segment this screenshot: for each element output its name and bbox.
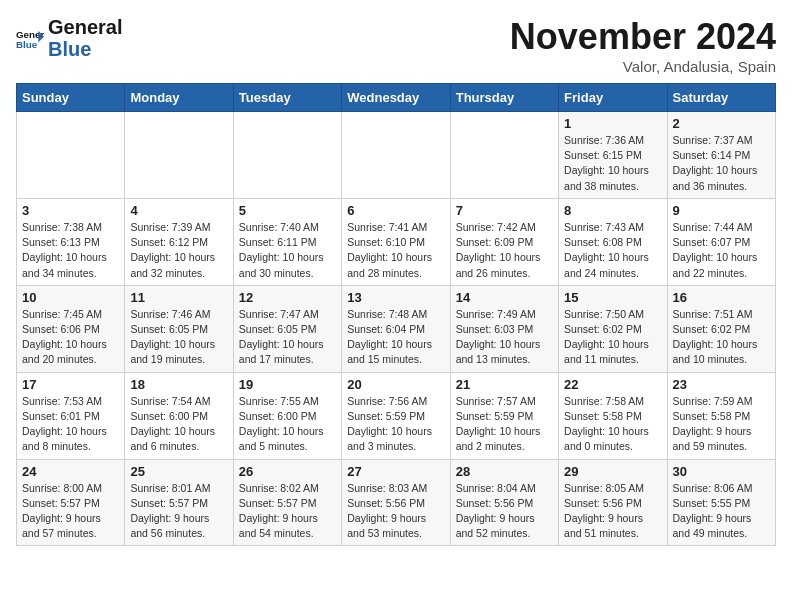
day-number: 18	[130, 377, 227, 392]
calendar-cell: 13Sunrise: 7:48 AM Sunset: 6:04 PM Dayli…	[342, 285, 450, 372]
week-row-5: 24Sunrise: 8:00 AM Sunset: 5:57 PM Dayli…	[17, 459, 776, 546]
calendar-cell: 5Sunrise: 7:40 AM Sunset: 6:11 PM Daylig…	[233, 198, 341, 285]
calendar-cell: 27Sunrise: 8:03 AM Sunset: 5:56 PM Dayli…	[342, 459, 450, 546]
day-number: 9	[673, 203, 770, 218]
calendar-cell: 17Sunrise: 7:53 AM Sunset: 6:01 PM Dayli…	[17, 372, 125, 459]
day-number: 12	[239, 290, 336, 305]
day-number: 7	[456, 203, 553, 218]
month-title: November 2024	[510, 16, 776, 58]
calendar-cell: 28Sunrise: 8:04 AM Sunset: 5:56 PM Dayli…	[450, 459, 558, 546]
day-number: 11	[130, 290, 227, 305]
calendar-cell: 25Sunrise: 8:01 AM Sunset: 5:57 PM Dayli…	[125, 459, 233, 546]
col-header-monday: Monday	[125, 84, 233, 112]
calendar-cell: 14Sunrise: 7:49 AM Sunset: 6:03 PM Dayli…	[450, 285, 558, 372]
col-header-wednesday: Wednesday	[342, 84, 450, 112]
day-info: Sunrise: 7:49 AM Sunset: 6:03 PM Dayligh…	[456, 307, 553, 368]
calendar-cell: 26Sunrise: 8:02 AM Sunset: 5:57 PM Dayli…	[233, 459, 341, 546]
day-number: 24	[22, 464, 119, 479]
calendar-cell	[17, 112, 125, 199]
day-info: Sunrise: 7:57 AM Sunset: 5:59 PM Dayligh…	[456, 394, 553, 455]
calendar-cell: 18Sunrise: 7:54 AM Sunset: 6:00 PM Dayli…	[125, 372, 233, 459]
title-block: November 2024 Valor, Andalusia, Spain	[510, 16, 776, 75]
calendar-cell: 7Sunrise: 7:42 AM Sunset: 6:09 PM Daylig…	[450, 198, 558, 285]
day-info: Sunrise: 8:00 AM Sunset: 5:57 PM Dayligh…	[22, 481, 119, 542]
day-info: Sunrise: 7:51 AM Sunset: 6:02 PM Dayligh…	[673, 307, 770, 368]
day-info: Sunrise: 7:42 AM Sunset: 6:09 PM Dayligh…	[456, 220, 553, 281]
day-info: Sunrise: 8:05 AM Sunset: 5:56 PM Dayligh…	[564, 481, 661, 542]
day-number: 5	[239, 203, 336, 218]
day-info: Sunrise: 7:37 AM Sunset: 6:14 PM Dayligh…	[673, 133, 770, 194]
page-header: General Blue General Blue November 2024 …	[16, 16, 776, 75]
day-number: 30	[673, 464, 770, 479]
day-info: Sunrise: 7:58 AM Sunset: 5:58 PM Dayligh…	[564, 394, 661, 455]
day-number: 27	[347, 464, 444, 479]
calendar-cell: 9Sunrise: 7:44 AM Sunset: 6:07 PM Daylig…	[667, 198, 775, 285]
calendar-cell: 2Sunrise: 7:37 AM Sunset: 6:14 PM Daylig…	[667, 112, 775, 199]
day-number: 19	[239, 377, 336, 392]
calendar-cell: 15Sunrise: 7:50 AM Sunset: 6:02 PM Dayli…	[559, 285, 667, 372]
day-number: 20	[347, 377, 444, 392]
col-header-thursday: Thursday	[450, 84, 558, 112]
calendar-cell: 21Sunrise: 7:57 AM Sunset: 5:59 PM Dayli…	[450, 372, 558, 459]
logo-line1: General	[48, 16, 122, 38]
day-info: Sunrise: 7:46 AM Sunset: 6:05 PM Dayligh…	[130, 307, 227, 368]
header-row: SundayMondayTuesdayWednesdayThursdayFrid…	[17, 84, 776, 112]
calendar-cell: 12Sunrise: 7:47 AM Sunset: 6:05 PM Dayli…	[233, 285, 341, 372]
calendar-cell: 6Sunrise: 7:41 AM Sunset: 6:10 PM Daylig…	[342, 198, 450, 285]
svg-text:Blue: Blue	[16, 39, 38, 50]
logo-icon: General Blue	[16, 24, 44, 52]
calendar-cell: 16Sunrise: 7:51 AM Sunset: 6:02 PM Dayli…	[667, 285, 775, 372]
week-row-1: 1Sunrise: 7:36 AM Sunset: 6:15 PM Daylig…	[17, 112, 776, 199]
day-info: Sunrise: 7:39 AM Sunset: 6:12 PM Dayligh…	[130, 220, 227, 281]
day-info: Sunrise: 7:47 AM Sunset: 6:05 PM Dayligh…	[239, 307, 336, 368]
logo-line2: Blue	[48, 38, 122, 60]
day-info: Sunrise: 7:53 AM Sunset: 6:01 PM Dayligh…	[22, 394, 119, 455]
day-number: 17	[22, 377, 119, 392]
calendar-cell: 10Sunrise: 7:45 AM Sunset: 6:06 PM Dayli…	[17, 285, 125, 372]
col-header-saturday: Saturday	[667, 84, 775, 112]
day-info: Sunrise: 7:40 AM Sunset: 6:11 PM Dayligh…	[239, 220, 336, 281]
col-header-sunday: Sunday	[17, 84, 125, 112]
calendar-cell: 19Sunrise: 7:55 AM Sunset: 6:00 PM Dayli…	[233, 372, 341, 459]
day-info: Sunrise: 8:01 AM Sunset: 5:57 PM Dayligh…	[130, 481, 227, 542]
day-number: 26	[239, 464, 336, 479]
calendar-cell: 22Sunrise: 7:58 AM Sunset: 5:58 PM Dayli…	[559, 372, 667, 459]
day-number: 10	[22, 290, 119, 305]
day-number: 3	[22, 203, 119, 218]
day-info: Sunrise: 8:06 AM Sunset: 5:55 PM Dayligh…	[673, 481, 770, 542]
calendar-cell: 3Sunrise: 7:38 AM Sunset: 6:13 PM Daylig…	[17, 198, 125, 285]
calendar-cell	[450, 112, 558, 199]
day-info: Sunrise: 7:56 AM Sunset: 5:59 PM Dayligh…	[347, 394, 444, 455]
day-info: Sunrise: 7:44 AM Sunset: 6:07 PM Dayligh…	[673, 220, 770, 281]
day-number: 16	[673, 290, 770, 305]
calendar-cell	[125, 112, 233, 199]
day-number: 4	[130, 203, 227, 218]
logo: General Blue General Blue	[16, 16, 122, 60]
col-header-tuesday: Tuesday	[233, 84, 341, 112]
day-info: Sunrise: 7:45 AM Sunset: 6:06 PM Dayligh…	[22, 307, 119, 368]
col-header-friday: Friday	[559, 84, 667, 112]
day-number: 23	[673, 377, 770, 392]
day-info: Sunrise: 8:04 AM Sunset: 5:56 PM Dayligh…	[456, 481, 553, 542]
day-number: 29	[564, 464, 661, 479]
day-info: Sunrise: 7:50 AM Sunset: 6:02 PM Dayligh…	[564, 307, 661, 368]
day-number: 8	[564, 203, 661, 218]
day-number: 28	[456, 464, 553, 479]
day-info: Sunrise: 7:36 AM Sunset: 6:15 PM Dayligh…	[564, 133, 661, 194]
day-number: 13	[347, 290, 444, 305]
day-info: Sunrise: 7:48 AM Sunset: 6:04 PM Dayligh…	[347, 307, 444, 368]
day-info: Sunrise: 7:43 AM Sunset: 6:08 PM Dayligh…	[564, 220, 661, 281]
day-info: Sunrise: 7:54 AM Sunset: 6:00 PM Dayligh…	[130, 394, 227, 455]
week-row-3: 10Sunrise: 7:45 AM Sunset: 6:06 PM Dayli…	[17, 285, 776, 372]
calendar-cell: 11Sunrise: 7:46 AM Sunset: 6:05 PM Dayli…	[125, 285, 233, 372]
day-info: Sunrise: 8:03 AM Sunset: 5:56 PM Dayligh…	[347, 481, 444, 542]
day-number: 15	[564, 290, 661, 305]
calendar-cell: 29Sunrise: 8:05 AM Sunset: 5:56 PM Dayli…	[559, 459, 667, 546]
calendar-cell: 23Sunrise: 7:59 AM Sunset: 5:58 PM Dayli…	[667, 372, 775, 459]
day-info: Sunrise: 8:02 AM Sunset: 5:57 PM Dayligh…	[239, 481, 336, 542]
day-info: Sunrise: 7:59 AM Sunset: 5:58 PM Dayligh…	[673, 394, 770, 455]
day-info: Sunrise: 7:55 AM Sunset: 6:00 PM Dayligh…	[239, 394, 336, 455]
calendar-cell: 20Sunrise: 7:56 AM Sunset: 5:59 PM Dayli…	[342, 372, 450, 459]
calendar-cell: 1Sunrise: 7:36 AM Sunset: 6:15 PM Daylig…	[559, 112, 667, 199]
calendar-table: SundayMondayTuesdayWednesdayThursdayFrid…	[16, 83, 776, 546]
